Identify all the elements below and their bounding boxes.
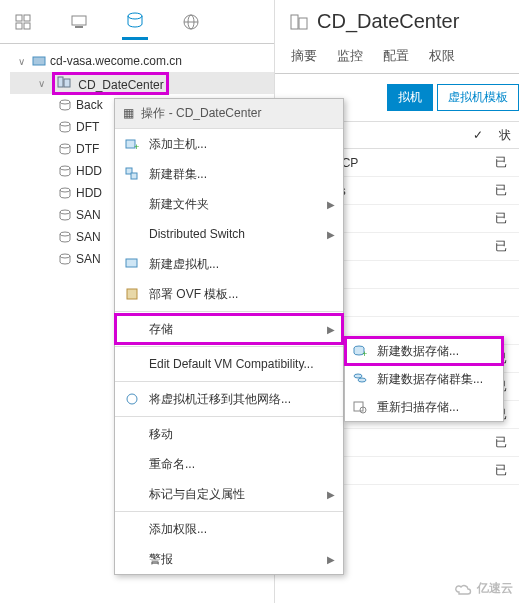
submenu-arrow-icon: ▶: [327, 199, 335, 210]
submenu-rescan[interactable]: 重新扫描存储...: [345, 393, 503, 421]
tree-root-label: cd-vasa.wecome.com.cn: [50, 54, 182, 68]
svg-rect-22: [299, 18, 307, 29]
tree-item-label: HDD: [76, 186, 102, 200]
svg-rect-3: [24, 23, 30, 29]
context-menu-title: ▦ 操作 - CD_DateCenter: [115, 99, 343, 129]
submenu-label: 新建数据存储群集...: [377, 371, 483, 388]
menu-label: 新建群集...: [149, 166, 207, 183]
menu-deploy-ovf[interactable]: 部署 OVF 模板...: [115, 279, 343, 309]
submenu-new-ds-cluster[interactable]: 新建数据存储群集...: [345, 365, 503, 393]
menu-add-host[interactable]: +添加主机...: [115, 129, 343, 159]
svg-point-14: [60, 122, 70, 126]
pill-templates[interactable]: 虚拟机模板: [437, 84, 519, 111]
svg-point-29: [127, 394, 137, 404]
menu-separator: [115, 511, 343, 512]
menu-new-cluster[interactable]: 新建群集...: [115, 159, 343, 189]
actions-icon: ▦: [123, 106, 134, 120]
menu-new-vm[interactable]: 新建虚拟机...: [115, 249, 343, 279]
svg-point-16: [60, 166, 70, 170]
menu-label: 部署 OVF 模板...: [149, 286, 238, 303]
tree-item-label: SAN: [76, 208, 101, 222]
svg-rect-2: [16, 23, 22, 29]
cluster-icon: [125, 167, 145, 181]
datastore-icon: [58, 230, 72, 244]
svg-point-18: [60, 210, 70, 214]
datacenter-icon: [57, 75, 71, 89]
svg-rect-11: [58, 77, 63, 87]
submenu-arrow-icon: ▶: [327, 324, 335, 335]
menu-label: 新建文件夹: [149, 196, 209, 213]
menu-label: 添加权限...: [149, 521, 207, 538]
nav-tab-vms[interactable]: [66, 5, 92, 39]
sort-icon[interactable]: ✓: [465, 128, 491, 142]
svg-rect-5: [75, 26, 83, 28]
menu-edit-compat[interactable]: Edit Default VM Compatibility...: [115, 349, 343, 379]
datastore-icon: [58, 164, 72, 178]
pill-vms[interactable]: 拟机: [387, 84, 433, 111]
svg-point-13: [60, 100, 70, 104]
rescan-icon: [353, 400, 373, 414]
ovf-icon: [125, 287, 145, 301]
tab-configure[interactable]: 配置: [373, 39, 419, 73]
tree-root[interactable]: ∨ cd-vasa.wecome.com.cn: [10, 50, 274, 72]
tree-item-label: DFT: [76, 120, 99, 134]
submenu-new-datastore[interactable]: +新建数据存储...: [345, 337, 503, 365]
tab-permissions[interactable]: 权限: [419, 39, 465, 73]
menu-label: 存储: [149, 321, 173, 338]
context-menu: ▦ 操作 - CD_DateCenter +添加主机... 新建群集... 新建…: [114, 98, 344, 575]
tab-monitor[interactable]: 监控: [327, 39, 373, 73]
svg-rect-27: [126, 259, 137, 267]
menu-add-perm[interactable]: 添加权限...: [115, 514, 343, 544]
nav-tab-hosts[interactable]: [10, 5, 36, 39]
menu-storage[interactable]: 存储▶: [115, 314, 343, 344]
menu-label: 标记与自定义属性: [149, 486, 245, 503]
tree-item-label: SAN: [76, 252, 101, 266]
datastore-icon: [58, 186, 72, 200]
vm-icon: [125, 257, 145, 271]
menu-alerts[interactable]: 警报▶: [115, 544, 343, 574]
datastore-icon: [58, 98, 72, 112]
expand-icon[interactable]: ∨: [38, 78, 50, 89]
datastore-icon: [58, 252, 72, 266]
vm-status: 已: [495, 238, 519, 255]
menu-dswitch[interactable]: Distributed Switch▶: [115, 219, 343, 249]
expand-icon[interactable]: ∨: [18, 56, 30, 67]
status-col[interactable]: 状: [491, 127, 519, 144]
nav-tabs: [0, 0, 274, 44]
datastore-add-icon: +: [353, 344, 373, 358]
menu-separator: [115, 381, 343, 382]
detail-tabs: 摘要 监控 配置 权限: [275, 39, 519, 74]
svg-rect-21: [291, 15, 298, 29]
nav-tab-network[interactable]: [178, 5, 204, 39]
menu-label: 添加主机...: [149, 136, 207, 153]
vm-status: 已: [495, 210, 519, 227]
menu-label: 移动: [149, 426, 173, 443]
datacenter-icon: [289, 12, 309, 32]
tree-datacenter[interactable]: ∨ CD_DateCenter: [10, 72, 274, 94]
tree-item-label: DTF: [76, 142, 99, 156]
vcenter-icon: [32, 54, 46, 68]
menu-move[interactable]: 移动: [115, 419, 343, 449]
nav-tab-storage[interactable]: [122, 3, 148, 40]
menu-separator: [115, 416, 343, 417]
menu-new-folder[interactable]: 新建文件夹▶: [115, 189, 343, 219]
network-icon: [125, 392, 145, 406]
menu-label: 将虚拟机迁移到其他网络...: [149, 391, 291, 408]
menu-migrate-net[interactable]: 将虚拟机迁移到其他网络...: [115, 384, 343, 414]
menu-rename[interactable]: 重命名...: [115, 449, 343, 479]
tab-summary[interactable]: 摘要: [281, 39, 327, 73]
svg-rect-28: [127, 289, 137, 299]
svg-text:+: +: [362, 349, 367, 358]
vm-status: 已: [495, 182, 519, 199]
tree-datacenter-label: CD_DateCenter: [78, 78, 163, 92]
watermark-text: 亿速云: [477, 580, 513, 597]
submenu-label: 新建数据存储...: [377, 343, 459, 360]
submenu-arrow-icon: ▶: [327, 229, 335, 240]
svg-point-32: [354, 374, 362, 378]
host-add-icon: +: [125, 137, 145, 151]
cloud-icon: [453, 582, 475, 596]
menu-label: 重命名...: [149, 456, 195, 473]
menu-label: Distributed Switch: [149, 227, 245, 241]
svg-rect-10: [33, 57, 45, 65]
menu-tags[interactable]: 标记与自定义属性▶: [115, 479, 343, 509]
